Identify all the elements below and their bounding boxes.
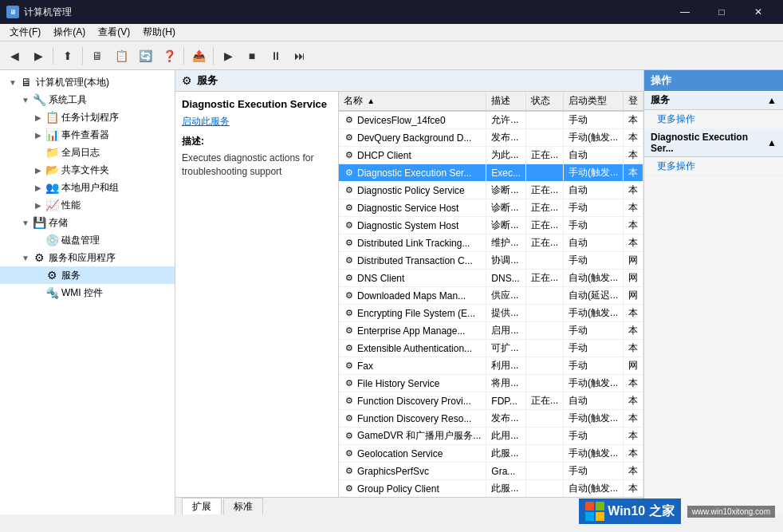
table-row[interactable]: ⚙Diagnostic Execution Ser...Exec...手动(触发…	[339, 164, 643, 182]
action-more-ops-2[interactable]: 更多操作	[644, 157, 783, 176]
col-name[interactable]: 名称 ▲	[339, 92, 486, 111]
menu-help[interactable]: 帮助(H)	[136, 24, 182, 41]
action-more-ops-1[interactable]: 更多操作	[644, 110, 783, 129]
table-row[interactable]: ⚙Enterprise App Manage...启用...手动本	[339, 322, 643, 340]
sidebar-item-storage[interactable]: ▼ 💾 存储	[0, 214, 175, 231]
service-login-cell: 本	[624, 199, 643, 217]
table-row[interactable]: ⚙DevQuery Background D...发布...手动(触发...本	[339, 129, 643, 147]
service-startup-cell: 手动	[564, 111, 624, 129]
service-status-cell	[526, 480, 564, 498]
service-status-cell: 正在...	[526, 182, 564, 199]
watermark-text: Win10 之家	[608, 503, 674, 520]
export-button[interactable]: 📤	[187, 45, 210, 67]
back-button[interactable]: ◀	[3, 45, 26, 67]
table-row[interactable]: ⚙GameDVR 和广播用户服务...此用...手动本	[339, 428, 643, 445]
col-startup[interactable]: 启动类型	[564, 92, 624, 111]
tab-standard[interactable]: 标准	[223, 498, 263, 515]
col-login[interactable]: 登	[624, 92, 643, 111]
service-name-cell: ⚙Extensible Authentication...	[339, 340, 486, 357]
table-header-row: 名称 ▲ 描述 状态 启动类型	[339, 92, 643, 111]
table-row[interactable]: ⚙File History Service将用...手动(触发...本	[339, 375, 643, 392]
service-desc-cell: DNS...	[486, 270, 526, 287]
tab-expand[interactable]: 扩展	[182, 498, 222, 515]
action-section-services[interactable]: 服务 ▲	[644, 91, 783, 110]
service-startup-cell: 自动	[564, 182, 624, 199]
table-row[interactable]: ⚙Group Policy Client此服...自动(触发...本	[339, 480, 643, 498]
service-status-cell: 正在...	[526, 270, 564, 287]
sidebar-item-wmi[interactable]: 🔩 WMI 控件	[0, 284, 175, 301]
minimize-button[interactable]: —	[667, 0, 703, 24]
sidebar-item-services[interactable]: ⚙ 服务	[0, 266, 175, 284]
table-row[interactable]: ⚙Downloaded Maps Man...供应...自动(延迟...网	[339, 287, 643, 305]
help-button[interactable]: ❓	[158, 45, 180, 67]
table-row[interactable]: ⚙Distributed Link Tracking...维护...正在...自…	[339, 234, 643, 252]
service-name-cell: ⚙Distributed Transaction C...	[339, 252, 486, 270]
service-login-cell: 本	[624, 147, 643, 164]
table-row[interactable]: ⚙DHCP Client为此...正在...自动本	[339, 147, 643, 164]
sidebar-item-performance[interactable]: ▶ 📈 性能	[0, 196, 175, 214]
sidebar-item-shared-folders[interactable]: ▶ 📂 共享文件夹	[0, 161, 175, 179]
refresh-button[interactable]: 🔄	[134, 45, 156, 67]
table-row[interactable]: ⚙Diagnostic Service Host诊断...正在...手动本	[339, 199, 643, 217]
service-status-cell	[526, 305, 564, 322]
right-panel: 操作 服务 ▲ 更多操作 Diagnostic Execution Ser...…	[643, 70, 783, 514]
forward-button[interactable]: ▶	[27, 45, 49, 67]
col-status[interactable]: 状态	[526, 92, 564, 111]
sidebar-item-global-log[interactable]: 📁 全局日志	[0, 144, 175, 161]
service-startup-cell: 手动	[564, 463, 624, 480]
sidebar-item-event-viewer[interactable]: ▶ 📊 事件查看器	[0, 126, 175, 144]
play-button[interactable]: ▶	[217, 45, 239, 67]
service-startup-cell: 自动	[564, 392, 624, 410]
section-services-title: 服务	[651, 93, 670, 107]
service-name-cell: ⚙Enterprise App Manage...	[339, 322, 486, 340]
sidebar-item-task-scheduler[interactable]: ▶ 📋 任务计划程序	[0, 108, 175, 126]
sidebar-item-root[interactable]: ▼ 🖥 计算机管理(本地)	[0, 73, 175, 91]
up-button[interactable]: ⬆	[57, 45, 79, 67]
table-row[interactable]: ⚙Diagnostic System Host诊断...正在...手动本	[339, 217, 643, 234]
table-row[interactable]: ⚙DNS ClientDNS...正在...自动(触发...网	[339, 270, 643, 287]
service-startup-cell: 自动	[564, 234, 624, 252]
table-row[interactable]: ⚙Geolocation Service此服...手动(触发...本	[339, 445, 643, 463]
service-name-cell: ⚙File History Service	[339, 375, 486, 392]
service-desc-cell: 维护...	[486, 234, 526, 252]
service-name-cell: ⚙Distributed Link Tracking...	[339, 234, 486, 252]
table-row[interactable]: ⚙Extensible Authentication...可扩...手动本	[339, 340, 643, 357]
pause-button[interactable]: ⏸	[265, 45, 287, 67]
service-desc-cell: 将用...	[486, 375, 526, 392]
start-service-link[interactable]: 启动此服务	[182, 115, 332, 128]
users-icon: 👥	[45, 180, 59, 195]
event-icon: 📊	[45, 128, 59, 142]
menu-file[interactable]: 文件(F)	[3, 24, 47, 41]
table-row[interactable]: ⚙Function Discovery Provi...FDP...正在...自…	[339, 392, 643, 410]
computer-icon: 🖥	[19, 75, 33, 89]
table-row[interactable]: ⚙Encrypting File System (E...提供...手动(触发.…	[339, 305, 643, 322]
window-title: 计算机管理	[24, 6, 72, 19]
service-desc-cell: 协调...	[486, 252, 526, 270]
service-status-cell: 正在...	[526, 147, 564, 164]
table-row[interactable]: ⚙GraphicsPerfSvcGra...手动本	[339, 463, 643, 480]
table-row[interactable]: ⚙Fax利用...手动网	[339, 357, 643, 375]
service-login-cell: 本	[624, 322, 643, 340]
action-section-diag[interactable]: Diagnostic Execution Ser... ▲	[644, 129, 783, 157]
table-row[interactable]: ⚙Diagnostic Policy Service诊断...正在...自动本	[339, 182, 643, 199]
show-hide-button[interactable]: 🖥	[86, 45, 108, 67]
sidebar-item-system-tools[interactable]: ▼ 🔧 系统工具	[0, 91, 175, 108]
service-status-cell	[526, 322, 564, 340]
table-row[interactable]: ⚙Function Discovery Reso...发布...手动(触发...…	[339, 410, 643, 428]
properties-button[interactable]: 📋	[110, 45, 132, 67]
service-login-cell: 网	[624, 270, 643, 287]
service-name-cell: ⚙Function Discovery Provi...	[339, 392, 486, 410]
maximize-button[interactable]: □	[703, 0, 740, 24]
sidebar-item-services-apps[interactable]: ▼ ⚙ 服务和应用程序	[0, 249, 175, 266]
step-button[interactable]: ⏭	[289, 45, 311, 67]
sidebar-item-local-users[interactable]: ▶ 👥 本地用户和组	[0, 179, 175, 196]
service-name-cell: ⚙Diagnostic Execution Ser...	[339, 164, 486, 182]
menu-action[interactable]: 操作(A)	[47, 24, 92, 41]
stop-button[interactable]: ■	[241, 45, 263, 67]
sidebar-item-disk-mgmt[interactable]: 💿 磁盘管理	[0, 231, 175, 249]
menu-view[interactable]: 查看(V)	[92, 24, 136, 41]
table-row[interactable]: ⚙DevicesFlow_14fce0允许...手动本	[339, 111, 643, 129]
col-desc[interactable]: 描述	[486, 92, 526, 111]
table-row[interactable]: ⚙Distributed Transaction C...协调...手动网	[339, 252, 643, 270]
close-button[interactable]: ✕	[740, 0, 777, 24]
